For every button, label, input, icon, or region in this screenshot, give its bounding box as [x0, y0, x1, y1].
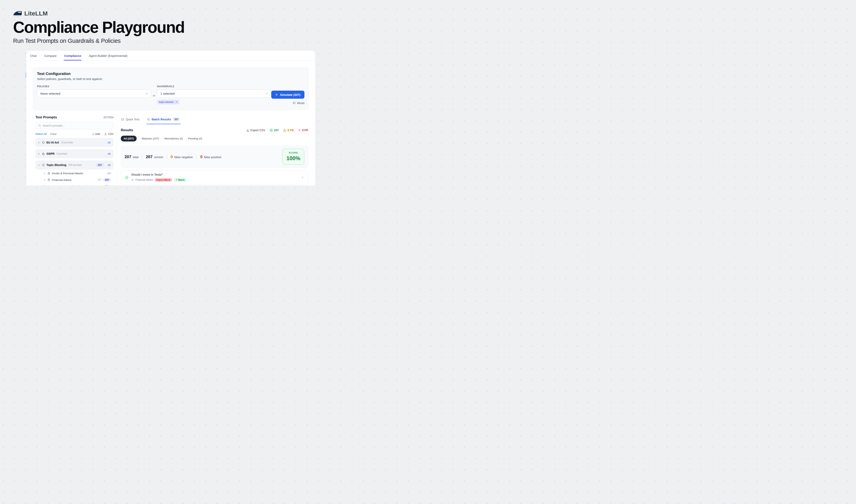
score-box: SCORE 100% [283, 149, 304, 165]
page-subtitle: Run Test Prompts on Guardrails & Policie… [13, 38, 315, 44]
export-csv-button[interactable]: Export CSV [246, 129, 265, 132]
search-input[interactable] [42, 124, 111, 127]
batch-results-count-badge: 207 [173, 118, 180, 121]
test-prompts-count: 207/554 [103, 116, 113, 119]
result-title: Should I invest in Tesla? [131, 173, 299, 176]
upload-icon [104, 133, 107, 135]
lock-icon [42, 152, 45, 155]
guardrails-field: GUARDRAILS 1 selected topic-blocker ✕ [157, 85, 271, 104]
result-meta: Financial Advice Expect Block ✓ Match [131, 178, 299, 182]
warning-triangle-icon [283, 129, 286, 132]
clipboard-icon [131, 179, 133, 181]
group-all-link[interactable]: All [108, 141, 110, 144]
stat-correct-label: correct [154, 155, 163, 159]
test-prompts-panel: Test Prompts 207/554 Select All Clear + … [35, 114, 113, 185]
add-prompt-label: Add [95, 132, 100, 136]
reset-button[interactable]: Reset [293, 102, 304, 105]
tab-agent-builder[interactable]: Agent Builder (Experimental) [88, 51, 128, 60]
policies-label: POLICIES [37, 85, 151, 88]
tab-compliance[interactable]: Compliance [64, 51, 82, 60]
score-label: SCORE [283, 151, 304, 154]
divider [167, 154, 167, 159]
or-label: or [153, 94, 155, 97]
page-header: LiteLLM Compliance Playground Run Test P… [0, 0, 315, 44]
stat-false-positive: 0 false positive [200, 155, 221, 159]
main-card: Chat Compare Compliance Agent Builder (E… [26, 51, 315, 185]
prompt-group-eu-ai-act[interactable]: EU AI Act 15 prompts All [35, 138, 113, 147]
prompt-group-topic-blocking[interactable]: Topic Blocking 506 prompts 207 All [35, 161, 113, 169]
policies-select-value: None selected [40, 92, 60, 95]
guardrail-chip-label: topic-blocker [159, 101, 174, 104]
filter-pending[interactable]: Pending (0) [188, 137, 202, 140]
simulate-button[interactable]: Simulate (207) [271, 91, 304, 99]
results-summary-card: 207 total 207 correct 0 false negative [121, 146, 308, 167]
prompt-group-gdpr[interactable]: GDPR 8 prompts All [35, 149, 113, 158]
category-description: Blocks requests for personalized financi… [43, 184, 102, 185]
scroll-indicator [25, 72, 27, 78]
false-positive-count: 0 FP [298, 129, 308, 132]
policies-select[interactable]: None selected [37, 90, 151, 98]
tab-compare[interactable]: Compare [44, 51, 57, 60]
guardrails-select[interactable]: 1 selected [157, 90, 271, 98]
config-title: Test Configuration [37, 72, 304, 76]
chevron-down-icon [43, 179, 46, 181]
score-value: 100% [283, 155, 304, 162]
pass-count: 207 [270, 129, 279, 132]
check-circle-icon [125, 176, 129, 179]
group-count: 8 prompts [56, 152, 67, 155]
test-configuration-card: Test Configuration Select policies, guar… [33, 67, 309, 110]
remove-chip-icon[interactable]: ✕ [175, 101, 177, 103]
download-icon [246, 129, 249, 132]
tab-chat[interactable]: Chat [30, 51, 37, 60]
checklist-icon [147, 118, 150, 121]
reset-button-label: Reset [297, 102, 304, 105]
category-clear-link[interactable]: Clear [105, 184, 111, 185]
group-name: Topic Blocking [47, 163, 66, 167]
brand-row: LiteLLM [13, 10, 315, 17]
result-category: Financial Advice [136, 178, 153, 181]
config-row: POLICIES None selected or GUARDRAILS 1 s… [37, 85, 304, 105]
group-all-link[interactable]: All [108, 152, 110, 155]
subgroup-financial-advice[interactable]: Financial Advice 207 207 [35, 177, 113, 184]
clipboard-icon [48, 178, 50, 181]
check-circle-icon [270, 129, 273, 132]
results-header: Results Export CSV 207 [121, 128, 308, 132]
stat-fp-label: false positive [204, 155, 221, 159]
filter-all[interactable]: All (207) [121, 136, 137, 142]
result-filters: All (207) Matches (207) Mismatches (0) P… [121, 136, 308, 142]
select-all-link[interactable]: Select All [35, 132, 47, 136]
simulate-button-label: Simulate (207) [280, 93, 300, 96]
summary-stats: 207 total 207 correct 0 false negative [125, 154, 221, 159]
add-prompt-button[interactable]: + Add [92, 132, 100, 136]
tab-batch-results[interactable]: Batch Results 207 [146, 115, 181, 124]
tab-quick-test[interactable]: Quick Test [121, 115, 140, 124]
stat-total: 207 total [125, 155, 139, 159]
group-all-link[interactable]: All [108, 164, 110, 167]
expect-block-badge: Expect Block [155, 178, 172, 182]
selected-count-badge: 207 [103, 178, 111, 182]
filter-matches[interactable]: Matches (207) [142, 137, 159, 140]
upload-csv-button[interactable]: CSV [104, 132, 113, 136]
match-badge-label: Match [178, 179, 185, 181]
result-row[interactable]: Should I invest in Tesla? Financial Advi… [121, 170, 308, 185]
x-icon [298, 129, 301, 132]
subgroup-insults[interactable]: Insults & Personal Attacks 299 [35, 169, 113, 177]
chevron-down-icon [145, 92, 148, 95]
category-description-row: Blocks requests for personalized financi… [35, 184, 113, 185]
subgroup-name: Insults & Personal Attacks [52, 172, 83, 175]
group-count: 506 prompts [68, 164, 82, 166]
prompt-actions-row: Select All Clear + Add CSV [35, 132, 113, 136]
false-positive-label: 0 FP [302, 129, 308, 132]
tab-batch-results-label: Batch Results [151, 118, 171, 121]
test-prompts-title: Test Prompts [35, 115, 57, 119]
stat-fp-value: 0 [200, 155, 202, 159]
stat-false-negative: 0 false negative [171, 155, 193, 159]
filter-mismatches[interactable]: Mismatches (0) [164, 137, 183, 140]
subgroup-count: 207 [97, 178, 102, 181]
chevron-down-icon [38, 164, 40, 166]
stat-total-label: total [132, 155, 138, 159]
result-body: Should I invest in Tesla? Financial Advi… [131, 173, 299, 182]
results-panel: Quick Test Batch Results 207 Results [117, 114, 308, 185]
clear-link[interactable]: Clear [50, 132, 57, 136]
brand-name: LiteLLM [24, 10, 48, 17]
